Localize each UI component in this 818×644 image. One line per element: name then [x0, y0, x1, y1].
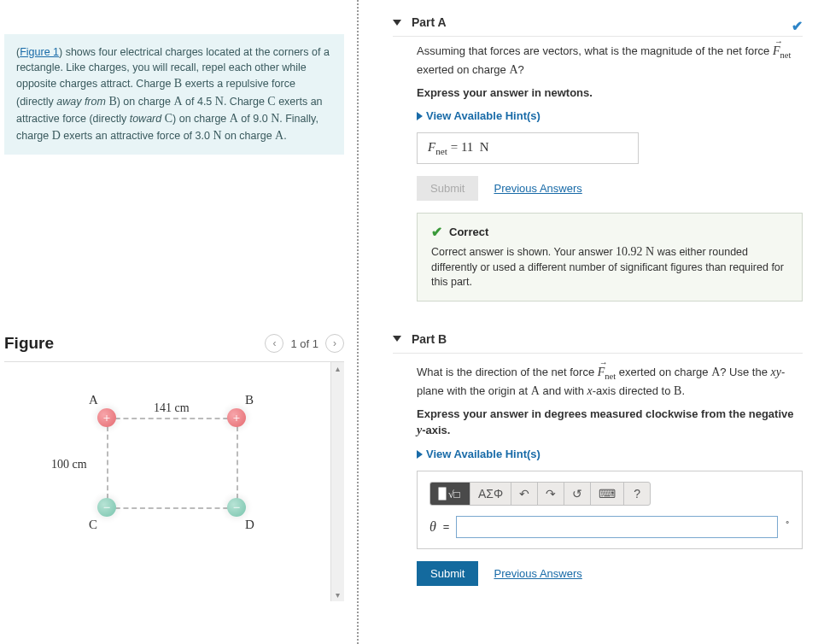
charge-label-d: D	[245, 518, 254, 532]
scroll-up-icon: ▴	[336, 364, 340, 373]
part-b-body: What is the direction of the net force F…	[393, 364, 803, 613]
charge-label-c: C	[89, 518, 97, 532]
part-a-status-check-icon: ✔	[792, 19, 803, 33]
part-a-previous-answers-link[interactable]: Previous Answers	[494, 182, 581, 195]
svg-rect-0	[439, 488, 446, 500]
toolbar-redo-button[interactable]: ↷	[538, 483, 564, 505]
correct-label: Correct	[449, 225, 488, 238]
part-a-answer-display: Fnet = 11 N	[417, 132, 639, 164]
part-b-question: What is the direction of the net force F…	[417, 364, 803, 400]
keyboard-icon: ⌨	[599, 487, 616, 501]
problem-statement: (Figure 1) shows four electrical charges…	[4, 34, 344, 155]
charge-a: +	[97, 408, 116, 427]
charge-b: +	[227, 408, 246, 427]
check-icon: ✔	[431, 224, 442, 240]
part-b-answer-input[interactable]	[456, 516, 778, 538]
part-a-question: Assuming that forces are vectors, what i…	[417, 43, 803, 79]
part-a-body: Assuming that forces are vectors, what i…	[393, 43, 803, 325]
figure-prev-button[interactable]: ‹	[265, 334, 283, 353]
figure-pager: ‹ 1 of 1 ›	[265, 334, 344, 353]
redo-icon: ↷	[546, 487, 556, 501]
collapse-icon	[393, 336, 401, 342]
theta-label: θ	[429, 519, 436, 535]
math-template-icon: √□	[438, 487, 462, 501]
toolbar-help-button[interactable]: ?	[624, 483, 650, 505]
arrow-right-icon	[417, 450, 423, 459]
dim-width: 141 cm	[154, 401, 190, 415]
charge-label-a: A	[89, 393, 98, 407]
part-a-title: Part A	[412, 15, 447, 29]
undo-icon: ↶	[519, 487, 529, 501]
part-b-previous-answers-link[interactable]: Previous Answers	[494, 567, 581, 580]
part-b-header[interactable]: Part B	[393, 325, 803, 354]
toolbar-reset-button[interactable]: ↺	[564, 483, 591, 505]
figure-canvas: + + − − A B C D 141 cm 100 cm	[4, 362, 330, 601]
svg-text:√□: √□	[448, 489, 460, 501]
figure-next-button[interactable]: ›	[325, 334, 344, 353]
unit-degree: ∘	[785, 517, 790, 526]
reset-icon: ↺	[572, 487, 582, 501]
part-b-title: Part B	[412, 332, 447, 346]
dim-height: 100 cm	[51, 458, 87, 471]
toolbar-template-button[interactable]: √□	[430, 483, 470, 505]
charge-label-b: B	[245, 393, 254, 407]
figure-link[interactable]: Figure 1	[20, 46, 59, 58]
equals-label: =	[443, 520, 450, 533]
figure-scrollbar[interactable]: ▴ ▾	[330, 362, 344, 601]
answer-toolbar: √□ ΑΣΦ ↶ ↷ ↺ ⌨ ?	[429, 482, 651, 506]
part-a-hints-link[interactable]: View Available Hint(s)	[417, 109, 803, 122]
scroll-down-icon: ▾	[336, 590, 340, 600]
toolbar-keyboard-button[interactable]: ⌨	[591, 483, 624, 505]
part-b-instruction: Express your answer in degrees measured …	[417, 407, 803, 439]
part-b-answer-panel: √□ ΑΣΦ ↶ ↷ ↺ ⌨ ? θ = ∘	[417, 471, 803, 549]
collapse-icon	[393, 20, 401, 26]
part-a-instruction: Express your answer in newtons.	[417, 85, 803, 101]
figure-page-label: 1 of 1	[290, 337, 318, 350]
toolbar-greek-button[interactable]: ΑΣΦ	[470, 483, 511, 505]
arrow-right-icon	[417, 112, 423, 120]
figure-title: Figure	[4, 334, 265, 353]
toolbar-undo-button[interactable]: ↶	[511, 483, 538, 505]
charge-d: −	[227, 498, 246, 517]
part-a-feedback: ✔Correct Correct answer is shown. Your a…	[417, 213, 803, 302]
part-b-hints-link[interactable]: View Available Hint(s)	[417, 448, 803, 460]
charge-c: −	[97, 498, 116, 517]
part-b-submit-button[interactable]: Submit	[417, 561, 478, 586]
part-a-submit-button: Submit	[417, 176, 478, 201]
